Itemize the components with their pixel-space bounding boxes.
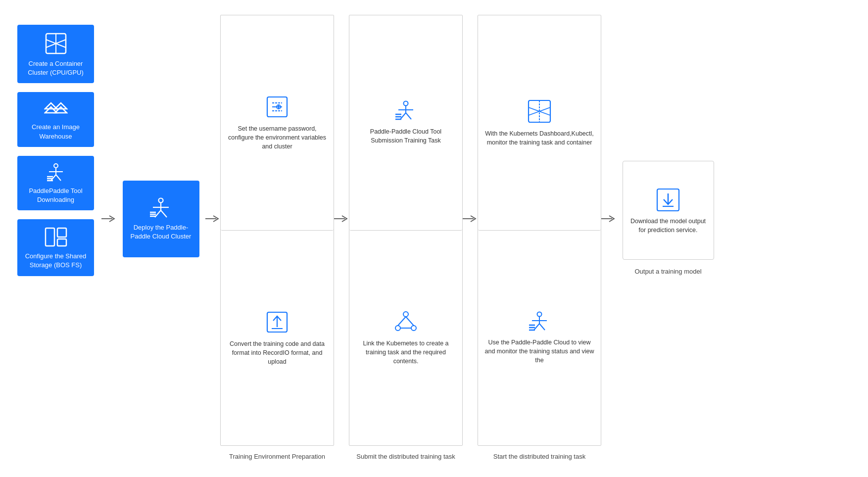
svg-line-40 bbox=[406, 113, 411, 119]
svg-rect-14 bbox=[57, 228, 66, 237]
svg-point-46 bbox=[411, 326, 416, 331]
output-section-label: Output a training model bbox=[634, 266, 701, 277]
svg-point-36 bbox=[404, 101, 408, 105]
svg-line-47 bbox=[398, 317, 406, 326]
section-submit-training-label: Submit the distributed training task bbox=[349, 451, 463, 462]
card-container-cluster-label: Create a Container Cluster (CPU/GPU) bbox=[22, 59, 89, 77]
box-icon bbox=[44, 32, 68, 55]
card-shared-storage: Configure the Shared Storage (BOS FS) bbox=[17, 219, 94, 276]
card-set-username-label: Set the username password, configure the… bbox=[227, 124, 328, 151]
arrow-right-icon-3 bbox=[334, 214, 349, 224]
card-paddle-cloud-submit: Paddle-Paddle Cloud Tool Submission Trai… bbox=[349, 15, 462, 231]
col-deploy: Deploy the Paddle-Paddle Cloud Cluster bbox=[116, 15, 205, 462]
card-paddle-monitor-label: Use the Paddle-Paddle Cloud to view and … bbox=[484, 338, 595, 365]
svg-point-45 bbox=[395, 326, 400, 331]
arrow-deploy-env bbox=[205, 15, 220, 462]
arrow-right-icon-5 bbox=[601, 214, 616, 224]
upload-icon bbox=[265, 310, 289, 334]
box-monitor-icon bbox=[527, 98, 552, 124]
section-start-training-label: Start the distributed training task bbox=[478, 451, 601, 462]
section-start-training: With the Kubernets Dashboard,Kubectl, mo… bbox=[478, 15, 601, 462]
arrow-right-icon bbox=[101, 214, 116, 224]
arrow-right-icon-2 bbox=[205, 214, 220, 224]
card-paddle-tool-label: PaddlePaddle Tool Downloading bbox=[22, 187, 89, 204]
card-paddle-tool: PaddlePaddle Tool Downloading bbox=[17, 156, 94, 210]
svg-line-56 bbox=[539, 324, 545, 330]
main-diagram: Create a Container Cluster (CPU/GPU) Cre… bbox=[0, 0, 868, 477]
card-convert-training: Convert the training code and data forma… bbox=[221, 231, 334, 445]
arrow-right-icon-4 bbox=[463, 214, 478, 224]
card-link-kubernetes: Link the Kubemetes to create a training … bbox=[349, 231, 462, 445]
svg-rect-13 bbox=[46, 228, 54, 246]
section-submit-training: Paddle-Paddle Cloud Tool Submission Trai… bbox=[349, 15, 463, 462]
download-icon bbox=[655, 187, 681, 213]
card-shared-storage-label: Configure the Shared Storage (BOS FS) bbox=[22, 252, 89, 270]
svg-rect-15 bbox=[57, 239, 66, 246]
paddle-icon bbox=[43, 163, 69, 183]
settings-icon bbox=[265, 95, 289, 119]
card-paddle-monitor: Use the Paddle-Paddle Cloud to view and … bbox=[478, 231, 601, 445]
card-set-username: Set the username password, configure the… bbox=[221, 15, 334, 231]
section-training-env-label: Training Environment Preparation bbox=[220, 451, 334, 462]
card-deploy-label: Deploy the Paddle-Paddle Cloud Cluster bbox=[128, 223, 194, 241]
svg-point-44 bbox=[403, 312, 408, 317]
card-link-kubernetes-label: Link the Kubemetes to create a training … bbox=[355, 339, 456, 366]
prereqs-column: Create a Container Cluster (CPU/GPU) Cre… bbox=[10, 15, 101, 462]
image-icon bbox=[44, 99, 68, 119]
svg-line-8 bbox=[51, 175, 56, 181]
paddle-deploy-icon bbox=[147, 197, 175, 219]
card-monitor-training-label: With the Kubernets Dashboard,Kubectl, mo… bbox=[484, 129, 595, 147]
kubernetes-icon bbox=[393, 310, 419, 334]
paddle-monitor-icon bbox=[526, 311, 553, 333]
card-paddle-cloud-submit-label: Paddle-Paddle Cloud Tool Submission Trai… bbox=[355, 127, 456, 145]
card-monitor-training: With the Kubernets Dashboard,Kubectl, mo… bbox=[478, 15, 601, 231]
storage-icon bbox=[44, 226, 68, 248]
svg-point-5 bbox=[54, 164, 58, 168]
arrow-env-submit bbox=[334, 15, 349, 462]
arrow-submit-start bbox=[463, 15, 478, 462]
card-container-cluster: Create a Container Cluster (CPU/GPU) bbox=[17, 25, 94, 83]
svg-line-9 bbox=[56, 175, 61, 181]
arrow-prereqs-deploy bbox=[101, 15, 116, 462]
svg-line-21 bbox=[161, 210, 167, 217]
section-training-env: Set the username password, configure the… bbox=[220, 15, 334, 462]
svg-point-17 bbox=[159, 198, 163, 202]
svg-line-48 bbox=[406, 317, 414, 326]
card-image-warehouse: Create an Image Warehouse bbox=[17, 92, 94, 146]
col-output: Download the model output for prediction… bbox=[616, 15, 720, 462]
card-image-warehouse-label: Create an Image Warehouse bbox=[22, 123, 89, 141]
card-output-label: Download the model output for prediction… bbox=[628, 217, 709, 235]
svg-point-52 bbox=[537, 312, 542, 316]
arrow-start-output bbox=[601, 15, 616, 462]
card-output: Download the model output for prediction… bbox=[623, 161, 714, 260]
card-convert-training-label: Convert the training code and data forma… bbox=[227, 339, 328, 366]
card-deploy: Deploy the Paddle-Paddle Cloud Cluster bbox=[123, 181, 199, 257]
paddle-submit-icon bbox=[392, 100, 419, 122]
